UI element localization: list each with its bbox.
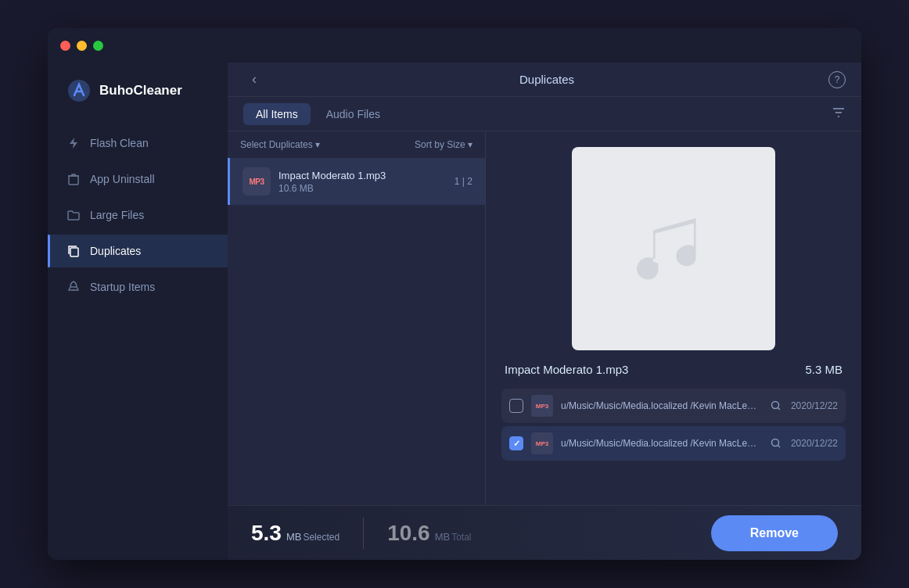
selected-size-unit: MB [286,531,302,543]
bottom-bar: 5.3 MB Selected 10.6 MB Total Remove [228,505,861,560]
main-content: BuhoCleaner Flash Clean App Uninstall [48,63,861,560]
list-header: Select Duplicates ▾ Sort by Size ▾ [228,131,485,158]
sidebar-label: Flash Clean [90,137,149,149]
selected-size-number: 5.3 [251,521,282,546]
sidebar-label: Large Files [90,209,144,221]
sidebar-item-startup-items[interactable]: Startup Items [48,271,228,303]
total-size-number: 10.6 [387,521,430,546]
logo-icon [66,78,92,103]
sidebar-label: App Uninstall [90,173,155,185]
preview-file-info: Impact Moderato 1.mp3 5.3 MB [501,363,846,376]
preview-file-name: Impact Moderato 1.mp3 [505,363,628,376]
preview-file-size: 5.3 MB [805,363,843,376]
total-size-unit: MB [435,531,451,543]
sidebar: BuhoCleaner Flash Clean App Uninstall [48,63,228,560]
dup-date-1: 2020/12/22 [791,400,838,411]
page-title: Duplicates [519,73,574,86]
music-note-icon [623,198,724,299]
bolt-icon [66,136,81,150]
selected-size: 5.3 MB Selected [251,521,340,546]
file-info: Impact Moderato 1.mp3 10.6 MB [278,170,447,194]
rocket-icon [66,280,81,294]
logo-area: BuhoCleaner [48,78,228,127]
duplicate-row: MP3 u/Music/Music/Media.localized /Kevin… [501,426,846,461]
dup-file-icon: MP3 [531,395,553,417]
file-size: 10.6 MB [278,183,447,194]
close-button[interactable] [60,41,70,51]
trash-icon [66,172,81,186]
total-size: 10.6 MB Total [387,521,471,546]
bar-divider [363,518,364,549]
copy-icon [66,244,81,258]
help-button[interactable]: ? [828,71,846,88]
file-list-panel: Select Duplicates ▾ Sort by Size ▾ MP3 I… [228,131,486,505]
dup-checkbox-1[interactable] [509,399,523,413]
minimize-button[interactable] [77,41,87,51]
sidebar-label: Duplicates [90,245,141,257]
traffic-lights [60,41,103,51]
search-icon-1[interactable] [769,399,783,413]
fullscreen-button[interactable] [93,41,103,51]
svg-point-5 [771,439,778,446]
selected-label: Selected [303,532,340,543]
sort-dropdown[interactable]: Sort by Size ▾ [415,139,472,150]
content-area: ‹ Duplicates ? All Items Audio Files [228,63,861,560]
dup-file-icon: MP3 [531,432,553,454]
sidebar-item-flash-clean[interactable]: Flash Clean [48,127,228,160]
titlebar [48,28,861,63]
duplicate-rows: MP3 u/Music/Music/Media.localized /Kevin… [501,389,846,461]
svg-point-3 [73,289,74,291]
tabs-left: All Items Audio Files [243,103,393,125]
dup-checkbox-2[interactable] [509,436,523,450]
sidebar-item-app-uninstall[interactable]: App Uninstall [48,163,228,195]
folder-icon [66,208,81,222]
filter-icon[interactable] [832,106,846,123]
preview-image [572,147,775,350]
sidebar-item-large-files[interactable]: Large Files [48,199,228,231]
total-label: Total [451,532,471,543]
dup-date-2: 2020/12/22 [791,438,838,449]
sidebar-nav: Flash Clean App Uninstall Large Files [48,127,228,303]
file-name: Impact Moderato 1.mp3 [278,170,447,181]
content-header: ‹ Duplicates ? [228,63,861,97]
sidebar-label: Startup Items [90,281,155,293]
file-list-item[interactable]: MP3 Impact Moderato 1.mp3 10.6 MB 1 | 2 [228,158,485,205]
file-thumbnail: MP3 [243,167,271,195]
tab-all-items[interactable]: All Items [243,103,311,125]
back-button[interactable]: ‹ [243,69,265,91]
app-window: BuhoCleaner Flash Clean App Uninstall [48,28,861,560]
dup-path-2: u/Music/Music/Media.localized /Kevin Mac… [561,438,761,449]
dup-path-1: u/Music/Music/Media.localized /Kevin Mac… [561,400,761,411]
remove-button[interactable]: Remove [711,515,838,551]
svg-rect-1 [69,176,78,185]
file-count-badge: 1 | 2 [454,176,472,187]
logo-text: BuhoCleaner [99,83,182,99]
search-icon-2[interactable] [769,436,783,450]
preview-panel: Impact Moderato 1.mp3 5.3 MB MP3 u/Music… [486,131,861,505]
svg-rect-2 [70,248,78,256]
svg-point-4 [771,402,778,409]
content-split: Select Duplicates ▾ Sort by Size ▾ MP3 I… [228,131,861,505]
tab-audio-files[interactable]: Audio Files [314,103,393,125]
sidebar-item-duplicates[interactable]: Duplicates [48,235,228,267]
select-duplicates-dropdown[interactable]: Select Duplicates ▾ [240,139,320,150]
tabs-bar: All Items Audio Files [228,97,861,131]
duplicate-row: MP3 u/Music/Music/Media.localized /Kevin… [501,389,846,423]
